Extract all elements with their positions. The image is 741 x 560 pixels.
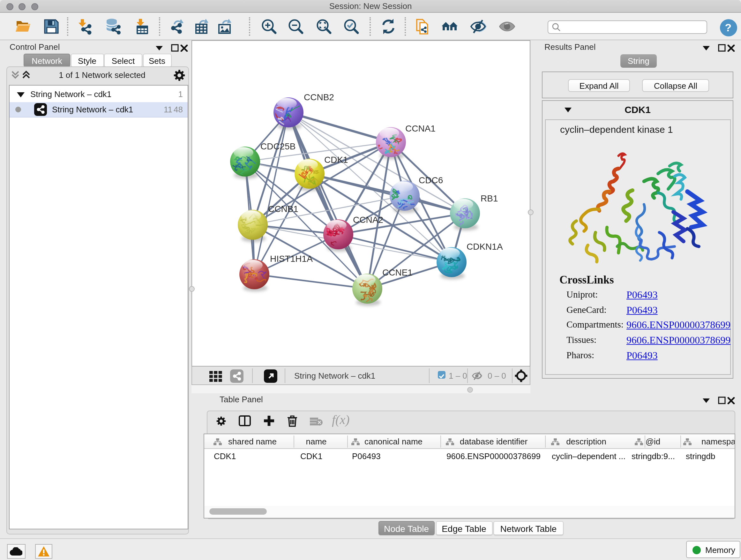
- svg-text:HIST1H1A: HIST1H1A: [270, 254, 313, 264]
- svg-text:CDC25B: CDC25B: [260, 141, 295, 151]
- svg-text:CCNB2: CCNB2: [304, 92, 334, 102]
- svg-text:CCNA1: CCNA1: [405, 124, 435, 133]
- svg-text:CCNB1: CCNB1: [268, 204, 298, 214]
- svg-text:CCNA2: CCNA2: [353, 215, 383, 225]
- svg-text:CCNE1: CCNE1: [382, 267, 413, 277]
- svg-text:RB1: RB1: [481, 193, 498, 203]
- svg-text:CDKN1A: CDKN1A: [467, 242, 503, 252]
- svg-text:CDK1: CDK1: [324, 155, 348, 165]
- svg-text:CDC6: CDC6: [419, 175, 443, 185]
